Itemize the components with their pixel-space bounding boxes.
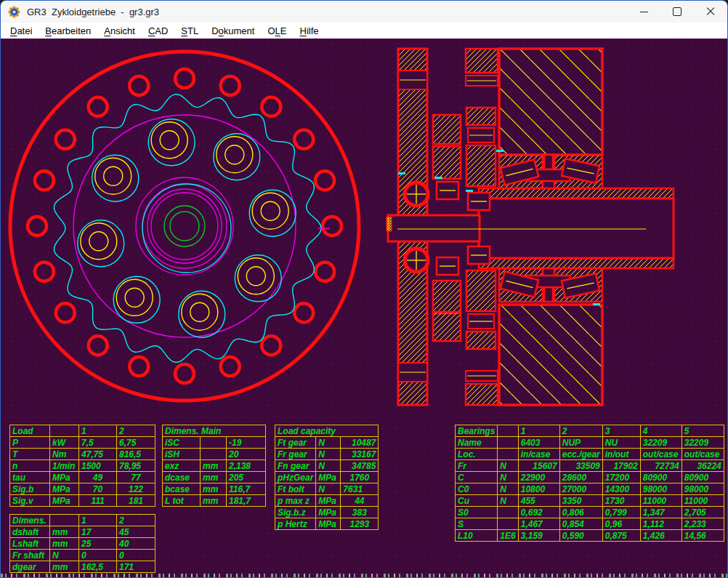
row-label: L10 (456, 530, 498, 542)
row-label: dcase (163, 472, 201, 483)
table-row: iSC-19 (163, 437, 266, 449)
table-row: Name6403NUPNU3220932209 (456, 437, 724, 449)
row-label: C0 (456, 483, 498, 495)
menu-item-dokument[interactable]: Dokument (205, 24, 261, 38)
row-value: 1500 (79, 460, 117, 472)
table-row: dgearmm162,5171 (10, 561, 155, 573)
row-value: 6403 (518, 437, 559, 449)
row-unit: N (498, 460, 518, 472)
row-unit: N (316, 437, 341, 449)
app-icon[interactable] (8, 6, 20, 18)
row-value: 0 (79, 550, 117, 561)
row-unit: N (316, 483, 341, 495)
row-label: exz (163, 460, 201, 472)
row-value: 2,705 (682, 507, 724, 518)
row-unit: 1/min (50, 460, 79, 472)
menu-item-hilfe[interactable]: Hilfe (293, 24, 325, 38)
close-button[interactable] (694, 1, 727, 23)
table-title: Dimens. Main (163, 425, 266, 437)
row-value: -19 (227, 437, 266, 449)
table-row: Fr shaftN00 (10, 550, 155, 561)
maximize-button[interactable] (660, 1, 694, 23)
row-value: 17200 (602, 472, 640, 483)
table-row: dcasemm205 (163, 472, 266, 483)
table-title: Dimens. (10, 515, 50, 526)
row-value: 6,75 (117, 437, 155, 449)
row-value: 11000 (640, 495, 682, 507)
row-value: 98000 (682, 483, 724, 495)
cycloid-profile (54, 95, 322, 363)
table-cell (50, 515, 79, 526)
row-value: 44 (341, 495, 379, 507)
row-value: in/case (518, 449, 559, 460)
menu-item-cad[interactable]: CAD (142, 24, 174, 38)
table-title: Load (10, 425, 50, 437)
row-unit (201, 449, 227, 460)
menu-item-stl[interactable]: STL (174, 24, 205, 38)
table-row: iSH20 (163, 449, 266, 460)
table-row: tauMPa4977 (10, 472, 155, 483)
row-label: iSC (163, 437, 201, 449)
table-cell (50, 425, 79, 437)
minimize-icon (640, 12, 648, 12)
cad-viewport[interactable]: Load12PkW7,56,75TNm47,75816,5n1/min15007… (1, 39, 728, 578)
column-header: 3 (602, 425, 640, 437)
table-title: Load capacity (275, 425, 379, 437)
row-value: 25 (79, 538, 117, 550)
hub-circles (136, 177, 233, 275)
row-value: 77 (117, 472, 155, 483)
table-row: Fn gearN34785 (275, 460, 379, 472)
row-label: L tot (163, 495, 201, 507)
row-label: C (456, 472, 498, 483)
row-value: 49 (79, 472, 117, 483)
column-header: 1 (79, 425, 117, 437)
menu-item-ansicht[interactable]: Ansicht (97, 24, 142, 38)
row-unit: MPa (316, 507, 341, 518)
row-label: Lshaft (10, 538, 50, 550)
status-bar-clipped (1, 574, 728, 578)
row-value: 1760 (341, 472, 379, 483)
row-value: 32209 (682, 437, 724, 449)
pin-circles (28, 69, 341, 383)
row-label: dgear (10, 561, 50, 573)
row-value: 1,467 (518, 518, 559, 530)
row-label: tau (10, 472, 50, 483)
row-label: Fr shaft (10, 550, 50, 561)
row-value: 14,56 (682, 530, 724, 542)
table-row: Loc.in/caseecc./gearin/outout/caseout/ca… (456, 449, 724, 460)
row-label: Fr gear (275, 449, 316, 460)
row-unit: mm (201, 460, 227, 472)
row-value: 0,692 (518, 507, 559, 518)
row-value: 22900 (518, 472, 559, 483)
row-value: 17 (79, 526, 117, 538)
table-row: C0N1080027000143009800098000 (456, 483, 724, 495)
row-label: Fn gear (275, 460, 316, 472)
row-label: p max z (275, 495, 316, 507)
table-row: L101E63,1590,5900,8751,42614,56 (456, 530, 724, 542)
menu-item-bearbeiten[interactable]: Bearbeiten (39, 24, 97, 38)
row-unit (498, 518, 518, 530)
table-row: bcasemm116,7 (163, 483, 266, 495)
row-value: 205 (227, 472, 266, 483)
row-value: 36224 (682, 460, 724, 472)
row-label: S (456, 518, 498, 530)
row-value: 816,5 (117, 449, 155, 460)
row-value: 1,347 (640, 507, 682, 518)
row-value: 181 (117, 495, 155, 507)
table-row: CN2290028600172008090080900 (456, 472, 724, 483)
tiny-label (466, 190, 473, 192)
row-unit: N (50, 550, 79, 561)
row-label: P (10, 437, 50, 449)
row-unit (498, 507, 518, 518)
window-title: GR3 Zykloidgetriebe - gr3.gr3 (27, 7, 159, 17)
row-unit: MPa (316, 495, 341, 507)
row-value: 181,7 (227, 495, 266, 507)
menu-item-ole[interactable]: OLE (261, 24, 293, 38)
row-value: 15607 (518, 460, 559, 472)
row-label: Cu (456, 495, 498, 507)
row-value: 2,233 (682, 518, 724, 530)
table-row: FrN1560733509179027273436224 (456, 460, 724, 472)
row-label: n (10, 460, 50, 472)
menu-item-datei[interactable]: Datei (4, 24, 39, 38)
minimize-button[interactable] (627, 1, 660, 23)
